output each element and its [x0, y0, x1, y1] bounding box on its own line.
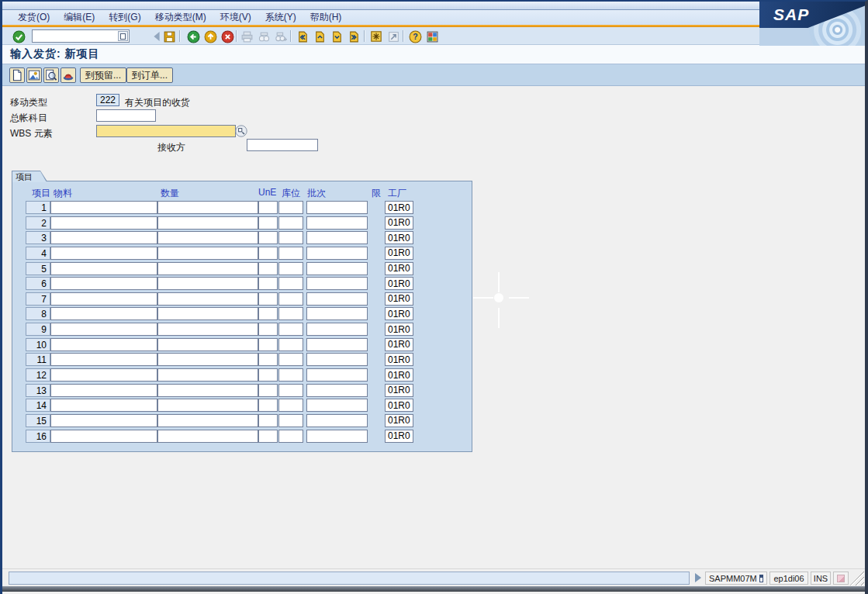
material-input[interactable] — [50, 231, 157, 244]
save-button[interactable] — [162, 29, 176, 43]
quantity-input[interactable] — [157, 323, 258, 336]
item-number-cell[interactable]: 7 — [26, 292, 50, 306]
plant-input[interactable] — [385, 307, 413, 320]
storage_location-input[interactable] — [278, 292, 303, 306]
batch-input[interactable] — [306, 201, 368, 214]
batch-input[interactable] — [306, 231, 368, 244]
item-number-cell[interactable]: 9 — [26, 323, 50, 336]
resize-grip[interactable] — [850, 571, 864, 585]
material-input[interactable] — [50, 262, 157, 275]
plant-input[interactable] — [385, 247, 413, 260]
items-tab[interactable]: 项目 — [12, 171, 47, 181]
storage_location-input[interactable] — [278, 399, 303, 412]
batch-input[interactable] — [306, 277, 368, 290]
storage_location-input[interactable] — [278, 338, 303, 351]
storage_location-input[interactable] — [278, 216, 303, 230]
overview-button[interactable] — [26, 67, 42, 83]
item-number-cell[interactable]: 4 — [26, 247, 50, 260]
previous-page-button[interactable] — [313, 29, 327, 43]
unit-input[interactable] — [258, 277, 278, 290]
storage_location-input[interactable] — [278, 201, 303, 214]
plant-input[interactable] — [385, 384, 413, 397]
material-input[interactable] — [50, 384, 157, 397]
unit-input[interactable] — [258, 247, 278, 260]
storage_location-input[interactable] — [278, 307, 303, 320]
batch-input[interactable] — [306, 307, 368, 320]
item-number-cell[interactable]: 1 — [26, 201, 50, 214]
item-number-cell[interactable]: 15 — [26, 414, 50, 427]
item-number-cell[interactable]: 10 — [26, 338, 50, 351]
plant-input[interactable] — [385, 201, 413, 214]
plant-input[interactable] — [385, 353, 413, 366]
item-number-cell[interactable]: 2 — [26, 216, 50, 230]
unit-input[interactable] — [258, 384, 278, 397]
create-session-button[interactable] — [369, 29, 383, 43]
material-input[interactable] — [50, 201, 157, 214]
command-input[interactable] — [33, 31, 118, 41]
customize-layout-button[interactable] — [425, 29, 439, 43]
status-expand-icon[interactable] — [695, 573, 701, 582]
quantity-input[interactable] — [157, 338, 258, 351]
storage_location-input[interactable] — [278, 414, 303, 427]
material-input[interactable] — [50, 399, 157, 412]
batch-input[interactable] — [306, 368, 368, 382]
storage_location-input[interactable] — [278, 247, 303, 260]
wbs-element-field[interactable] — [96, 125, 236, 137]
quantity-input[interactable] — [157, 353, 258, 366]
new-item-button[interactable] — [9, 67, 25, 83]
storage_location-input[interactable] — [278, 384, 303, 397]
menu-item-2[interactable]: 转到(G) — [109, 11, 140, 24]
unit-input[interactable] — [258, 353, 278, 366]
unit-input[interactable] — [258, 338, 278, 351]
movement-type-field[interactable] — [96, 94, 119, 106]
quantity-input[interactable] — [157, 292, 258, 306]
storage_location-input[interactable] — [278, 262, 303, 275]
storage_location-input[interactable] — [278, 368, 303, 382]
exit-button[interactable] — [203, 29, 217, 43]
quantity-input[interactable] — [157, 384, 258, 397]
item-number-cell[interactable]: 11 — [26, 353, 50, 366]
storage_location-input[interactable] — [278, 353, 303, 366]
material-input[interactable] — [50, 277, 157, 290]
unit-input[interactable] — [258, 323, 278, 336]
item-number-cell[interactable]: 16 — [26, 430, 50, 443]
batch-input[interactable] — [306, 216, 368, 230]
menu-item-0[interactable]: 发货(O) — [18, 11, 50, 24]
material-input[interactable] — [50, 307, 157, 320]
item-number-cell[interactable]: 3 — [26, 231, 50, 244]
storage_location-input[interactable] — [278, 323, 303, 336]
status-system-box[interactable]: ep1di06 — [769, 572, 808, 585]
detail-display-button[interactable] — [43, 67, 59, 83]
material-input[interactable] — [50, 353, 157, 366]
first-page-button[interactable] — [296, 29, 310, 43]
status-program-box[interactable]: SAPMM07M — [705, 572, 767, 585]
material-input[interactable] — [50, 323, 157, 336]
help-button[interactable]: ? — [408, 29, 422, 43]
command-dropdown-icon[interactable] — [118, 31, 128, 41]
batch-input[interactable] — [306, 247, 368, 260]
cancel-button[interactable] — [220, 29, 234, 43]
quantity-input[interactable] — [157, 430, 258, 443]
quantity-input[interactable] — [157, 231, 258, 244]
plant-input[interactable] — [385, 277, 413, 290]
status-input-mode-box[interactable]: INS — [811, 572, 831, 585]
plant-input[interactable] — [385, 292, 413, 306]
material-input[interactable] — [50, 292, 157, 306]
quantity-input[interactable] — [157, 247, 258, 260]
quantity-input[interactable] — [157, 414, 258, 427]
to-reservation-button[interactable]: 到预留... — [80, 67, 126, 83]
menu-item-3[interactable]: 移动类型(M) — [155, 11, 206, 24]
unit-input[interactable] — [258, 216, 278, 230]
unit-input[interactable] — [258, 231, 278, 244]
batch-input[interactable] — [306, 399, 368, 412]
quantity-input[interactable] — [157, 201, 258, 214]
batch-input[interactable] — [306, 262, 368, 275]
unit-input[interactable] — [258, 414, 278, 427]
material-input[interactable] — [50, 430, 157, 443]
back-button[interactable] — [186, 29, 200, 43]
to-order-button[interactable]: 到订单... — [126, 67, 173, 83]
last-page-button[interactable] — [347, 29, 361, 43]
recipient-field[interactable] — [247, 139, 318, 151]
item-number-cell[interactable]: 12 — [26, 368, 50, 382]
material-input[interactable] — [50, 414, 157, 427]
